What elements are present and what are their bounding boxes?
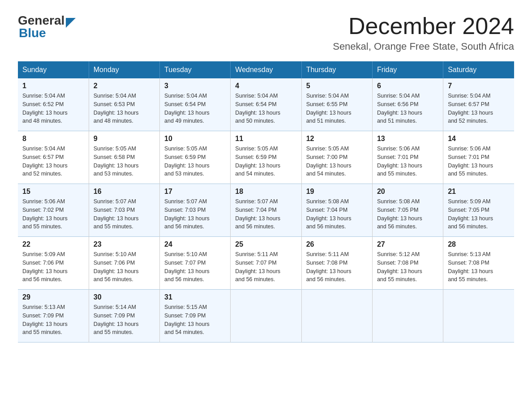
calendar-cell: 6 Sunrise: 5:04 AM Sunset: 6:56 PM Dayli…: [372, 78, 443, 131]
calendar-cell: 21 Sunrise: 5:09 AM Sunset: 7:05 PM Dayl…: [443, 184, 514, 237]
calendar-header: Sunday Monday Tuesday Wednesday Thursday…: [18, 61, 514, 78]
day-info: Sunrise: 5:10 AM Sunset: 7:06 PM Dayligh…: [94, 250, 155, 284]
day-info: Sunrise: 5:04 AM Sunset: 6:52 PM Dayligh…: [22, 92, 84, 125]
col-thursday: Thursday: [301, 61, 372, 78]
calendar-cell: [443, 290, 514, 342]
day-info: Sunrise: 5:15 AM Sunset: 7:09 PM Dayligh…: [164, 303, 226, 337]
day-number: 15: [22, 188, 84, 196]
calendar-table: Sunday Monday Tuesday Wednesday Thursday…: [18, 61, 514, 342]
page-header: General Blue December 2024 Senekal, Oran…: [18, 13, 514, 52]
header-row: Sunday Monday Tuesday Wednesday Thursday…: [18, 61, 514, 78]
day-number: 6: [377, 82, 438, 90]
day-info: Sunrise: 5:14 AM Sunset: 7:09 PM Dayligh…: [94, 303, 155, 337]
col-friday: Friday: [372, 61, 443, 78]
day-info: Sunrise: 5:11 AM Sunset: 7:07 PM Dayligh…: [235, 250, 296, 284]
calendar-week-1: 1 Sunrise: 5:04 AM Sunset: 6:52 PM Dayli…: [18, 78, 514, 131]
day-info: Sunrise: 5:13 AM Sunset: 7:09 PM Dayligh…: [22, 303, 84, 337]
day-info: Sunrise: 5:10 AM Sunset: 7:07 PM Dayligh…: [164, 250, 226, 284]
calendar-cell: [231, 290, 301, 342]
day-info: Sunrise: 5:05 AM Sunset: 6:58 PM Dayligh…: [94, 145, 155, 178]
day-number: 25: [235, 240, 296, 248]
day-info: Sunrise: 5:08 AM Sunset: 7:05 PM Dayligh…: [377, 197, 438, 231]
day-number: 12: [306, 135, 368, 143]
calendar-cell: 26 Sunrise: 5:11 AM Sunset: 7:08 PM Dayl…: [301, 237, 372, 290]
day-number: 22: [22, 240, 84, 248]
calendar-cell: 12 Sunrise: 5:05 AM Sunset: 7:00 PM Dayl…: [301, 131, 372, 184]
day-number: 5: [306, 82, 368, 90]
day-number: 7: [448, 82, 510, 90]
calendar-cell: 19 Sunrise: 5:08 AM Sunset: 7:04 PM Dayl…: [301, 184, 372, 237]
calendar-cell: 15 Sunrise: 5:06 AM Sunset: 7:02 PM Dayl…: [18, 184, 89, 237]
calendar-cell: 18 Sunrise: 5:07 AM Sunset: 7:04 PM Dayl…: [231, 184, 301, 237]
day-number: 29: [22, 293, 84, 301]
logo-blue-text: Blue: [19, 26, 76, 40]
day-number: 17: [164, 188, 226, 196]
calendar-cell: 3 Sunrise: 5:04 AM Sunset: 6:54 PM Dayli…: [160, 78, 231, 131]
day-info: Sunrise: 5:04 AM Sunset: 6:54 PM Dayligh…: [164, 92, 226, 125]
day-number: 3: [164, 82, 226, 90]
calendar-cell: 16 Sunrise: 5:07 AM Sunset: 7:03 PM Dayl…: [89, 184, 159, 237]
day-info: Sunrise: 5:04 AM Sunset: 6:53 PM Dayligh…: [94, 92, 155, 125]
day-info: Sunrise: 5:08 AM Sunset: 7:04 PM Dayligh…: [306, 197, 368, 231]
calendar-week-2: 8 Sunrise: 5:04 AM Sunset: 6:57 PM Dayli…: [18, 131, 514, 184]
calendar-cell: 30 Sunrise: 5:14 AM Sunset: 7:09 PM Dayl…: [89, 290, 159, 342]
calendar-cell: 5 Sunrise: 5:04 AM Sunset: 6:55 PM Dayli…: [301, 78, 372, 131]
calendar-week-3: 15 Sunrise: 5:06 AM Sunset: 7:02 PM Dayl…: [18, 184, 514, 237]
day-info: Sunrise: 5:06 AM Sunset: 7:01 PM Dayligh…: [448, 145, 510, 178]
day-info: Sunrise: 5:07 AM Sunset: 7:03 PM Dayligh…: [164, 197, 226, 231]
day-number: 20: [377, 188, 438, 196]
day-number: 23: [94, 240, 155, 248]
day-number: 1: [22, 82, 84, 90]
day-info: Sunrise: 5:11 AM Sunset: 7:08 PM Dayligh…: [306, 250, 368, 284]
day-info: Sunrise: 5:06 AM Sunset: 7:02 PM Dayligh…: [22, 197, 84, 231]
calendar-cell: [301, 290, 372, 342]
col-tuesday: Tuesday: [160, 61, 231, 78]
col-monday: Monday: [89, 61, 159, 78]
title-section: December 2024 Senekal, Orange Free State…: [333, 13, 514, 52]
col-saturday: Saturday: [443, 61, 514, 78]
calendar-cell: 23 Sunrise: 5:10 AM Sunset: 7:06 PM Dayl…: [89, 237, 159, 290]
calendar-cell: 28 Sunrise: 5:13 AM Sunset: 7:08 PM Dayl…: [443, 237, 514, 290]
day-info: Sunrise: 5:05 AM Sunset: 6:59 PM Dayligh…: [235, 145, 296, 178]
day-number: 4: [235, 82, 296, 90]
calendar-cell: 17 Sunrise: 5:07 AM Sunset: 7:03 PM Dayl…: [160, 184, 231, 237]
col-sunday: Sunday: [18, 61, 89, 78]
day-number: 19: [306, 188, 368, 196]
day-number: 24: [164, 240, 226, 248]
day-info: Sunrise: 5:04 AM Sunset: 6:54 PM Dayligh…: [235, 92, 296, 125]
day-number: 21: [448, 188, 510, 196]
day-info: Sunrise: 5:04 AM Sunset: 6:56 PM Dayligh…: [377, 92, 438, 125]
calendar-cell: 7 Sunrise: 5:04 AM Sunset: 6:57 PM Dayli…: [443, 78, 514, 131]
day-number: 9: [94, 135, 155, 143]
calendar-week-4: 22 Sunrise: 5:09 AM Sunset: 7:06 PM Dayl…: [18, 237, 514, 290]
day-info: Sunrise: 5:06 AM Sunset: 7:01 PM Dayligh…: [377, 145, 438, 178]
day-info: Sunrise: 5:12 AM Sunset: 7:08 PM Dayligh…: [377, 250, 438, 284]
calendar-cell: 4 Sunrise: 5:04 AM Sunset: 6:54 PM Dayli…: [231, 78, 301, 131]
calendar-cell: 13 Sunrise: 5:06 AM Sunset: 7:01 PM Dayl…: [372, 131, 443, 184]
calendar-cell: 8 Sunrise: 5:04 AM Sunset: 6:57 PM Dayli…: [18, 131, 89, 184]
day-info: Sunrise: 5:07 AM Sunset: 7:03 PM Dayligh…: [94, 197, 155, 231]
day-number: 28: [448, 240, 510, 248]
day-info: Sunrise: 5:04 AM Sunset: 6:57 PM Dayligh…: [448, 92, 510, 125]
day-number: 30: [94, 293, 155, 301]
logo: General Blue: [18, 13, 76, 40]
day-number: 16: [94, 188, 155, 196]
calendar-cell: [372, 290, 443, 342]
day-number: 14: [448, 135, 510, 143]
day-info: Sunrise: 5:04 AM Sunset: 6:55 PM Dayligh…: [306, 92, 368, 125]
day-info: Sunrise: 5:04 AM Sunset: 6:57 PM Dayligh…: [22, 145, 84, 178]
calendar-cell: 29 Sunrise: 5:13 AM Sunset: 7:09 PM Dayl…: [18, 290, 89, 342]
calendar-week-5: 29 Sunrise: 5:13 AM Sunset: 7:09 PM Dayl…: [18, 290, 514, 342]
col-wednesday: Wednesday: [231, 61, 301, 78]
calendar-cell: 1 Sunrise: 5:04 AM Sunset: 6:52 PM Dayli…: [18, 78, 89, 131]
day-info: Sunrise: 5:05 AM Sunset: 7:00 PM Dayligh…: [306, 145, 368, 178]
calendar-cell: 31 Sunrise: 5:15 AM Sunset: 7:09 PM Dayl…: [160, 290, 231, 342]
calendar-cell: 11 Sunrise: 5:05 AM Sunset: 6:59 PM Dayl…: [231, 131, 301, 184]
day-number: 26: [306, 240, 368, 248]
day-info: Sunrise: 5:13 AM Sunset: 7:08 PM Dayligh…: [448, 250, 510, 284]
day-number: 10: [164, 135, 226, 143]
calendar-cell: 14 Sunrise: 5:06 AM Sunset: 7:01 PM Dayl…: [443, 131, 514, 184]
calendar-cell: 24 Sunrise: 5:10 AM Sunset: 7:07 PM Dayl…: [160, 237, 231, 290]
calendar-cell: 2 Sunrise: 5:04 AM Sunset: 6:53 PM Dayli…: [89, 78, 159, 131]
day-info: Sunrise: 5:09 AM Sunset: 7:06 PM Dayligh…: [22, 250, 84, 284]
